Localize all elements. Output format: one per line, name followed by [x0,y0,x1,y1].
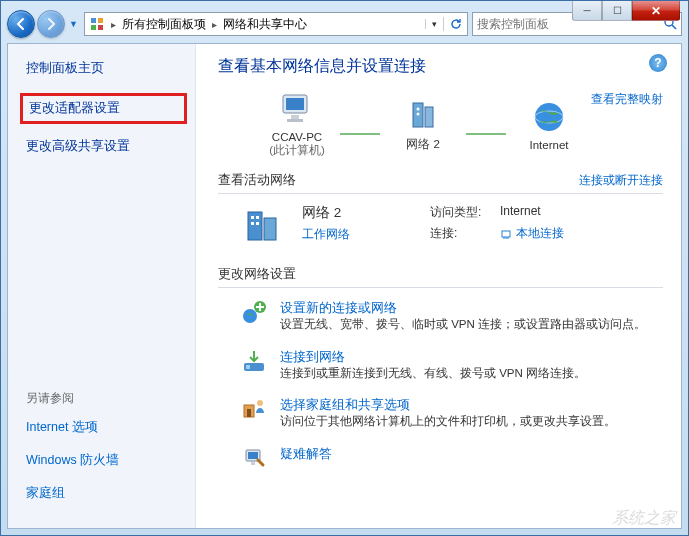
refresh-icon [449,17,463,31]
access-type-label: 访问类型: [430,204,500,221]
change-settings-heading: 更改网络设置 [218,266,296,283]
maximize-button[interactable]: ☐ [602,1,632,21]
svg-rect-3 [98,25,103,30]
node-label: 网络 2 [384,137,462,152]
network-name: 网络 2 [302,204,412,222]
setting-desc: 访问位于其他网络计算机上的文件和打印机，或更改共享设置。 [280,414,616,430]
svg-point-26 [243,309,257,323]
work-network-icon [242,204,284,246]
network-type-link[interactable]: 工作网络 [302,227,350,241]
back-button[interactable] [7,10,35,38]
computer-icon [277,91,317,127]
svg-rect-21 [256,222,259,225]
internet-options-link[interactable]: Internet 选项 [26,419,195,436]
homegroup-sharing-icon [240,395,268,423]
ethernet-icon [500,228,512,240]
svg-rect-2 [91,25,96,30]
setting-item: 连接到网络 连接到或重新连接到无线、有线、拨号或 VPN 网络连接。 [240,347,663,382]
network-center-icon [85,16,109,32]
access-type-value: Internet [500,204,541,221]
network-device-icon [403,97,443,133]
setting-item: 选择家庭组和共享选项 访问位于其他网络计算机上的文件和打印机，或更改共享设置。 [240,395,663,430]
svg-rect-18 [251,216,254,219]
address-dropdown[interactable]: ▾ [425,19,443,29]
troubleshoot-icon [240,444,268,472]
node-label: CCAV-PC [258,131,336,143]
svg-rect-35 [251,462,255,465]
windows-firewall-link[interactable]: Windows 防火墙 [26,452,195,469]
svg-rect-29 [246,365,250,369]
svg-rect-34 [248,452,258,459]
minimize-button[interactable]: ─ [572,1,602,21]
address-bar[interactable]: ▸ 所有控制面板项 ▸ 网络和共享中心 ▾ [84,12,468,36]
network-map: CCAV-PC (此计算机) 网络 2 [258,91,588,158]
setting-desc: 设置无线、宽带、拨号、临时或 VPN 连接；或设置路由器或访问点。 [280,317,646,333]
page-title: 查看基本网络信息并设置连接 [218,56,663,77]
change-adapter-settings-link[interactable]: 更改适配器设置 [29,100,178,117]
advanced-sharing-link[interactable]: 更改高级共享设置 [26,138,195,155]
svg-rect-19 [256,216,259,219]
globe-icon [529,99,569,135]
arrow-left-icon [14,17,28,31]
forward-button[interactable] [37,10,65,38]
local-connection-link[interactable]: 本地连接 [500,225,564,242]
setting-item: 设置新的连接或网络 设置无线、宽带、拨号、临时或 VPN 连接；或设置路由器或访… [240,298,663,333]
node-sublabel: (此计算机) [258,143,336,158]
svg-rect-7 [286,98,304,110]
setup-new-connection-link[interactable]: 设置新的连接或网络 [280,301,397,315]
svg-rect-11 [425,107,433,127]
connect-network-icon [240,347,268,375]
connection-label: 连接: [430,225,500,242]
connection-line-icon [340,133,380,135]
svg-rect-16 [248,212,262,240]
close-button[interactable]: ✕ [632,1,680,21]
help-button[interactable]: ? [649,54,667,72]
svg-point-12 [417,108,420,111]
svg-rect-8 [291,115,299,119]
svg-rect-9 [287,119,303,122]
new-connection-icon [240,298,268,326]
see-also-heading: 另请参阅 [26,390,195,407]
connection-line-icon [466,133,506,135]
view-full-map-link[interactable]: 查看完整映射 [591,91,663,108]
setting-desc: 连接到或重新连接到无线、有线、拨号或 VPN 网络连接。 [280,366,586,382]
history-dropdown[interactable]: ▼ [67,19,80,29]
svg-rect-20 [251,222,254,225]
svg-rect-17 [264,218,276,240]
control-panel-home-link[interactable]: 控制面板主页 [26,60,195,77]
node-label: Internet [510,139,588,151]
svg-point-14 [535,103,563,131]
svg-rect-31 [247,409,251,417]
connect-disconnect-link[interactable]: 连接或断开连接 [579,172,663,189]
breadcrumb-item[interactable]: 所有控制面板项 [118,16,210,33]
svg-rect-0 [91,18,96,23]
svg-rect-1 [98,18,103,23]
homegroup-link[interactable]: 家庭组 [26,485,195,502]
svg-rect-22 [502,231,510,237]
breadcrumb-item[interactable]: 网络和共享中心 [219,16,311,33]
svg-point-32 [257,400,263,406]
active-networks-heading: 查看活动网络 [218,172,296,189]
highlighted-item: 更改适配器设置 [20,93,187,124]
refresh-button[interactable] [443,17,467,31]
connect-to-network-link[interactable]: 连接到网络 [280,350,345,364]
chevron-right-icon: ▸ [210,19,219,30]
svg-point-13 [417,113,420,116]
setting-item: 疑难解答 [240,444,663,472]
svg-line-5 [672,25,676,29]
chevron-right-icon: ▸ [109,19,118,30]
arrow-right-icon [44,17,58,31]
homegroup-sharing-link[interactable]: 选择家庭组和共享选项 [280,398,410,412]
troubleshoot-link[interactable]: 疑难解答 [280,447,332,461]
